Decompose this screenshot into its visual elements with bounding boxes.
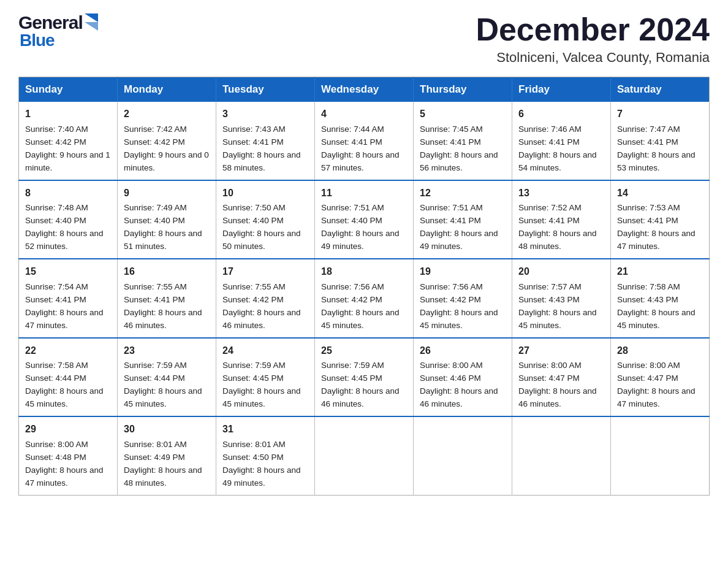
calendar-cell: 3Sunrise: 7:43 AMSunset: 4:41 PMDaylight… xyxy=(216,102,315,180)
calendar-table: SundayMondayTuesdayWednesdayThursdayFrid… xyxy=(18,77,710,495)
svg-marker-0 xyxy=(85,13,98,22)
calendar-cell: 20Sunrise: 7:57 AMSunset: 4:43 PMDayligh… xyxy=(512,259,611,337)
day-number: 16 xyxy=(124,264,210,280)
day-number: 11 xyxy=(321,186,407,201)
logo-arrow-icon xyxy=(85,13,98,33)
day-number: 13 xyxy=(518,186,604,201)
calendar-cell: 26Sunrise: 8:00 AMSunset: 4:46 PMDayligh… xyxy=(414,338,512,416)
day-number: 7 xyxy=(617,107,703,122)
day-number: 19 xyxy=(420,264,506,280)
location-title: Stolniceni, Valcea County, Romania xyxy=(476,50,710,66)
calendar-cell: 16Sunrise: 7:55 AMSunset: 4:41 PMDayligh… xyxy=(118,259,216,337)
day-number: 28 xyxy=(617,343,703,359)
day-number: 25 xyxy=(321,343,407,359)
calendar-cell: 31Sunrise: 8:01 AMSunset: 4:50 PMDayligh… xyxy=(216,416,315,495)
month-title: December 2024 xyxy=(476,12,710,47)
day-number: 29 xyxy=(25,422,111,437)
day-number: 21 xyxy=(617,264,703,280)
day-number: 30 xyxy=(124,422,210,437)
day-number: 3 xyxy=(222,107,308,122)
calendar-week-row: 22Sunrise: 7:58 AMSunset: 4:44 PMDayligh… xyxy=(19,338,710,416)
calendar-week-row: 8Sunrise: 7:48 AMSunset: 4:40 PMDaylight… xyxy=(19,180,710,259)
calendar-week-row: 15Sunrise: 7:54 AMSunset: 4:41 PMDayligh… xyxy=(19,259,710,337)
svg-marker-1 xyxy=(85,22,98,31)
calendar-cell: 4Sunrise: 7:44 AMSunset: 4:41 PMDaylight… xyxy=(315,102,414,180)
day-number: 31 xyxy=(222,422,308,437)
calendar-cell: 9Sunrise: 7:49 AMSunset: 4:40 PMDaylight… xyxy=(118,180,216,259)
calendar-cell: 5Sunrise: 7:45 AMSunset: 4:41 PMDaylight… xyxy=(414,102,512,180)
day-number: 24 xyxy=(222,343,308,359)
col-header-sunday: Sunday xyxy=(19,77,118,102)
calendar-cell xyxy=(414,416,512,495)
calendar-cell: 23Sunrise: 7:59 AMSunset: 4:44 PMDayligh… xyxy=(118,338,216,416)
calendar-week-row: 29Sunrise: 8:00 AMSunset: 4:48 PMDayligh… xyxy=(19,416,710,495)
day-number: 26 xyxy=(420,343,506,359)
logo: General Blue xyxy=(18,12,98,50)
calendar-cell: 22Sunrise: 7:58 AMSunset: 4:44 PMDayligh… xyxy=(19,338,118,416)
col-header-wednesday: Wednesday xyxy=(315,77,414,102)
day-number: 15 xyxy=(25,264,111,280)
col-header-saturday: Saturday xyxy=(611,77,710,102)
calendar-cell: 1Sunrise: 7:40 AMSunset: 4:42 PMDaylight… xyxy=(19,102,118,180)
day-number: 20 xyxy=(518,264,604,280)
page-header: General Blue December 2024 Stolniceni, V… xyxy=(18,12,710,66)
calendar-cell: 24Sunrise: 7:59 AMSunset: 4:45 PMDayligh… xyxy=(216,338,315,416)
day-number: 4 xyxy=(321,107,407,122)
calendar-cell: 8Sunrise: 7:48 AMSunset: 4:40 PMDaylight… xyxy=(19,180,118,259)
logo-icon: General xyxy=(18,12,98,33)
day-number: 5 xyxy=(420,107,506,122)
day-number: 2 xyxy=(124,107,210,122)
day-number: 17 xyxy=(222,264,308,280)
calendar-cell: 29Sunrise: 8:00 AMSunset: 4:48 PMDayligh… xyxy=(19,416,118,495)
day-number: 18 xyxy=(321,264,407,280)
day-number: 1 xyxy=(25,107,111,122)
calendar-cell: 10Sunrise: 7:50 AMSunset: 4:40 PMDayligh… xyxy=(216,180,315,259)
title-area: December 2024 Stolniceni, Valcea County,… xyxy=(476,12,710,66)
day-number: 27 xyxy=(518,343,604,359)
calendar-cell: 18Sunrise: 7:56 AMSunset: 4:42 PMDayligh… xyxy=(315,259,414,337)
calendar-cell: 2Sunrise: 7:42 AMSunset: 4:42 PMDaylight… xyxy=(118,102,216,180)
calendar-cell xyxy=(611,416,710,495)
col-header-tuesday: Tuesday xyxy=(216,77,315,102)
calendar-week-row: 1Sunrise: 7:40 AMSunset: 4:42 PMDaylight… xyxy=(19,102,710,180)
calendar-cell xyxy=(512,416,611,495)
day-number: 9 xyxy=(124,186,210,201)
calendar-cell: 14Sunrise: 7:53 AMSunset: 4:41 PMDayligh… xyxy=(611,180,710,259)
calendar-cell: 6Sunrise: 7:46 AMSunset: 4:41 PMDaylight… xyxy=(512,102,611,180)
calendar-cell: 17Sunrise: 7:55 AMSunset: 4:42 PMDayligh… xyxy=(216,259,315,337)
logo-blue-text: Blue xyxy=(20,31,55,50)
col-header-thursday: Thursday xyxy=(414,77,512,102)
day-number: 14 xyxy=(617,186,703,201)
calendar-cell: 27Sunrise: 8:00 AMSunset: 4:47 PMDayligh… xyxy=(512,338,611,416)
calendar-header-row: SundayMondayTuesdayWednesdayThursdayFrid… xyxy=(19,77,710,102)
calendar-cell: 11Sunrise: 7:51 AMSunset: 4:40 PMDayligh… xyxy=(315,180,414,259)
calendar-cell: 7Sunrise: 7:47 AMSunset: 4:41 PMDaylight… xyxy=(611,102,710,180)
logo-general-text: General xyxy=(18,12,83,33)
calendar-cell: 25Sunrise: 7:59 AMSunset: 4:45 PMDayligh… xyxy=(315,338,414,416)
calendar-cell: 21Sunrise: 7:58 AMSunset: 4:43 PMDayligh… xyxy=(611,259,710,337)
calendar-cell: 12Sunrise: 7:51 AMSunset: 4:41 PMDayligh… xyxy=(414,180,512,259)
day-number: 23 xyxy=(124,343,210,359)
col-header-friday: Friday xyxy=(512,77,611,102)
day-number: 10 xyxy=(222,186,308,201)
day-number: 12 xyxy=(420,186,506,201)
calendar-cell: 15Sunrise: 7:54 AMSunset: 4:41 PMDayligh… xyxy=(19,259,118,337)
calendar-cell: 13Sunrise: 7:52 AMSunset: 4:41 PMDayligh… xyxy=(512,180,611,259)
calendar-cell: 19Sunrise: 7:56 AMSunset: 4:42 PMDayligh… xyxy=(414,259,512,337)
calendar-cell: 28Sunrise: 8:00 AMSunset: 4:47 PMDayligh… xyxy=(611,338,710,416)
calendar-cell xyxy=(315,416,414,495)
day-number: 22 xyxy=(25,343,111,359)
day-number: 6 xyxy=(518,107,604,122)
col-header-monday: Monday xyxy=(118,77,216,102)
calendar-cell: 30Sunrise: 8:01 AMSunset: 4:49 PMDayligh… xyxy=(118,416,216,495)
day-number: 8 xyxy=(25,186,111,201)
